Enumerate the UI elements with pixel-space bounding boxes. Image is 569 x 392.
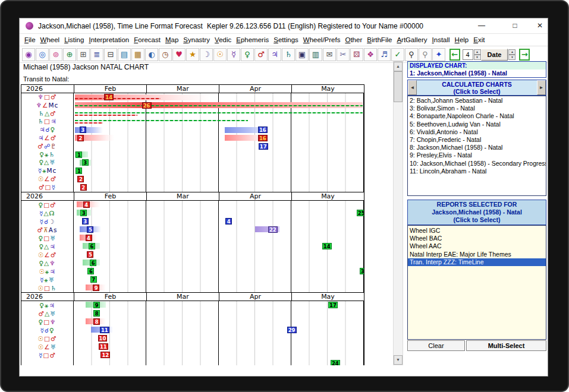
report-item[interactable]: Natal Interp EAE: Major Life Themes [408,251,546,258]
calculated-chart-item[interactable]: 7: Chopin,Frederic - Natal [408,136,546,144]
aspect-glyph: ♂ [51,175,56,182]
zoom-out-icon[interactable]: ⚲ [419,48,432,61]
timeline-month-label: Apr [219,192,291,200]
print-icon[interactable]: ⊟ [104,48,117,61]
clear-button[interactable]: Clear [407,340,465,351]
compass-icon[interactable]: ✦ [432,48,445,61]
calculated-chart-item[interactable]: 3: Bolivar,Simon - Natal [408,105,546,112]
multi-select-button[interactable]: Multi-Select [466,340,546,351]
frame-icon[interactable]: ▣ [295,48,309,61]
aspect-grid-icon[interactable]: ⊞ [77,48,90,61]
triwheel-icon[interactable]: ⊚ [49,48,62,61]
report-icon[interactable]: ▥ [309,48,322,61]
envelope-icon[interactable]: ✉ [323,48,336,61]
timeline-row: ♃∠♂216 [21,134,364,143]
menu-item-synastry[interactable]: Synastry [181,35,212,45]
menu-item-interpretation[interactable]: Interpretation [86,35,131,45]
menu-item-exit[interactable]: Exit [471,35,487,45]
mercury-icon-glyph: ☿ [231,50,236,59]
venus-icon[interactable]: ♀ [241,48,254,61]
date-up-icon[interactable]: ▲ [508,49,515,55]
previous-period-button[interactable]: ← [449,49,460,61]
calendar-icon[interactable]: ▦ [131,48,144,61]
music-icon[interactable]: ♬ [378,48,391,61]
jupiter-icon[interactable]: ♃ [268,48,281,61]
gem-icon[interactable]: ❖ [364,48,377,61]
timeline-row: ♀⚹♃917 [21,301,364,309]
menu-item-file[interactable]: File [22,35,38,45]
menu-item-birthfile[interactable]: BirthFile [364,35,394,45]
aspect-glyph: ♀ [38,235,43,242]
calculated-chart-item[interactable]: 6: Vivaldi,Antonio - Natal [408,128,546,136]
quadwheel-icon[interactable]: ⊕ [63,48,76,61]
menu-item-listing[interactable]: Listing [62,35,86,45]
calculated-charts-list[interactable]: 2: Bach,Johann Sebastian - Natal3: Boliv… [407,96,546,196]
page-icon[interactable]: ▤ [118,48,131,61]
check-icon[interactable]: ✓ [391,48,404,61]
calculated-chart-item[interactable]: 4: Bonaparte,Napoleon Charle - Natal [408,112,546,120]
calculated-scroll-right-icon[interactable]: ► [537,80,546,95]
menu-item-install[interactable]: Install [430,35,452,45]
next-period-button[interactable]: → [519,49,530,61]
star-chart-icon[interactable]: ★ [186,48,199,61]
calculated-chart-item[interactable]: 2: Bach,Johann Sebastian - Natal [408,97,546,105]
menu-item-wheel[interactable]: Wheel [38,35,62,45]
menu-item-vedic[interactable]: Vedic [212,35,234,45]
app-window: Jackson,Michael (1958), Time Line Format… [19,18,548,377]
saturn-icon[interactable]: ♄ [282,48,295,61]
timeline-track: 1 [74,151,364,159]
scrollbar-thumb[interactable] [394,71,403,102]
date-down-icon[interactable]: ▼ [508,55,515,60]
menu-item-other[interactable]: Other [342,35,364,45]
jupiter-icon-glyph: ♃ [271,50,278,59]
calculated-chart-item[interactable]: 5: Beethoven,Ludwig Van - Natal [408,121,546,128]
biwheel-icon[interactable]: ◎ [36,48,49,61]
menu-item-wheel-prefs[interactable]: Wheel/Prefs [301,35,343,45]
calculated-chart-item[interactable]: 9: Presley,Elvis - Natal [408,151,546,159]
mercury-icon[interactable]: ☿ [227,48,240,61]
listing-icon[interactable]: ≣ [90,48,103,61]
menu-item-artgallery[interactable]: ArtGallery [394,35,429,45]
menu-item-settings[interactable]: Settings [271,35,301,45]
heart-icon[interactable]: ♥ [172,48,186,61]
report-item[interactable]: Wheel AAC [408,242,546,250]
menu-item-ephemeris[interactable]: Ephemeris [234,35,271,45]
aspect-glyphs: ♀⚹♄ [21,151,74,159]
step-up-icon[interactable]: ▲ [474,49,481,55]
moon-icon[interactable]: ☽ [200,48,213,61]
menu-item-help[interactable]: Help [452,35,471,45]
vertical-scrollbar[interactable]: ▲ ▼ [393,61,403,365]
mars-icon[interactable]: ♂ [254,48,268,61]
menu-item-map[interactable]: Map [163,35,181,45]
maximize-button[interactable]: □ [506,18,524,33]
reports-list[interactable]: Wheel IGCWheel BACWheel AACNatal Interp … [407,225,546,340]
date-button[interactable]: Date [481,49,508,61]
scroll-down-icon[interactable]: ▼ [394,355,403,365]
calculated-scroll-left-icon[interactable]: ◄ [408,80,417,95]
calendar-icon-glyph: ▦ [134,50,142,59]
natal-wheel-icon[interactable]: ◉ [22,48,35,61]
zoom-in-icon[interactable]: ⚲ [405,48,418,61]
globe-icon[interactable]: ◐ [145,48,158,61]
sun-icon[interactable]: ☉ [213,48,227,61]
menu-item-forecast[interactable]: Forecast [131,35,163,45]
calculated-chart-item[interactable]: 10: Jackson,Michael (1958) - Secondary P… [408,160,546,167]
aspect-glyph: ♄ [39,110,45,117]
scroll-up-icon[interactable]: ▲ [394,62,403,71]
step-value-input[interactable] [463,49,473,60]
close-button[interactable]: ✕ [531,18,549,33]
aspect-glyph: ♅ [50,235,56,242]
aspect-glyph: ♂ [37,226,43,233]
menu-bar: FileWheelListingInterpretationForecastMa… [20,34,548,46]
transit-day-marker: 31 [360,268,364,274]
dice-icon[interactable]: ⚄ [350,48,363,61]
report-item[interactable]: Wheel BAC [408,235,546,242]
calculated-chart-item[interactable]: 8: Jackson,Michael (1958) - Natal [408,144,546,151]
report-item[interactable]: Tran. Interp ZZZ: TimeLine [408,258,546,266]
calculated-chart-item[interactable]: 11: Lincoln,Abraham - Natal [408,167,546,175]
report-item[interactable]: Wheel IGC [408,227,546,235]
step-down-icon[interactable]: ▼ [474,55,481,60]
clock-icon[interactable]: ◷ [159,48,172,61]
scissors-icon[interactable]: ✂ [337,48,350,61]
minimize-button[interactable]: — [473,18,491,33]
